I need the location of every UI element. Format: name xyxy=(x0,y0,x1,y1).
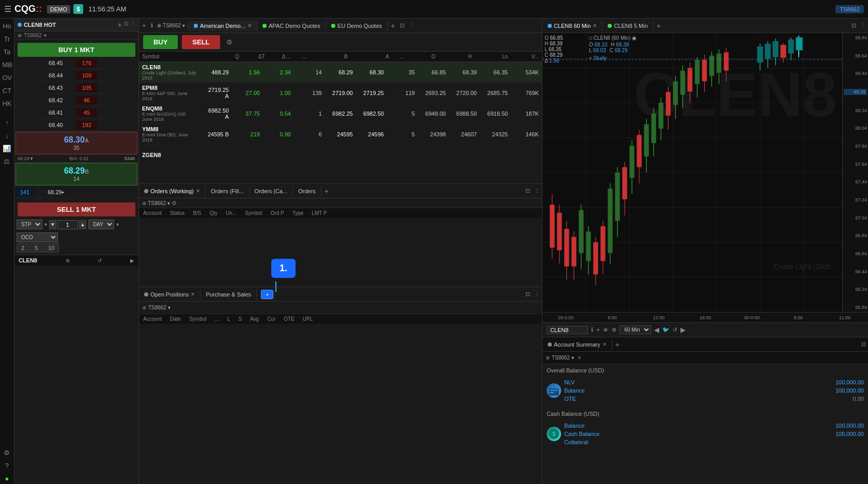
sidebar-icon-up[interactable]: ↑ xyxy=(1,117,13,128)
orders-minimize[interactable]: ⊡ xyxy=(523,188,532,194)
stp-select[interactable]: STP xyxy=(17,220,42,229)
chart-twitter-icon[interactable]: 🐦 xyxy=(662,326,670,333)
symbol-desc: E-Mini S&P 500: June 2018 xyxy=(142,91,198,101)
chart-add-tab[interactable]: + xyxy=(654,22,664,30)
day-arrow[interactable]: ▾ xyxy=(116,222,119,227)
tab-orders-cancelled[interactable]: Orders (Ca... xyxy=(250,186,293,196)
quote-row-clen8[interactable]: CLEN8 Crude Light (Globex); July 2018 48… xyxy=(139,62,542,83)
sell-mkt-button[interactable]: SELL 1 MKT xyxy=(18,202,135,216)
settings-icon[interactable]: ⚙ xyxy=(224,37,235,47)
orders-add-tab[interactable]: + xyxy=(321,187,332,195)
sidebar-icon-tr[interactable]: Tr xyxy=(1,34,13,44)
qty-preset-2[interactable]: 2 xyxy=(17,243,29,253)
pos-more[interactable]: ⋮ xyxy=(532,291,542,298)
sidebar-icon-ta[interactable]: Ta xyxy=(1,46,13,57)
chart-prev-icon[interactable]: ◀ xyxy=(654,326,659,334)
hot-add-icon[interactable]: + xyxy=(118,21,122,29)
quote-row-zgen8[interactable]: ZGEN8 xyxy=(139,145,542,165)
chart-symbol-input[interactable] xyxy=(547,326,588,334)
buy-mkt-button[interactable]: BUY 1 MKT xyxy=(18,43,135,57)
chart-minimize[interactable]: ⊡ xyxy=(849,22,858,29)
chart-more[interactable]: ⋮ xyxy=(858,22,868,29)
ask-price-value: 68.30A xyxy=(19,135,134,145)
sidebar-icon-gear[interactable]: ⚙ xyxy=(1,447,13,458)
quotes-add-tab2[interactable]: + xyxy=(388,22,398,30)
cash-row: $ Balance 100,000.00 Cash Balance 100,00… xyxy=(547,420,864,448)
cash-icon: $ xyxy=(547,427,561,441)
overall-balance-section: Overall Balance (USD) NLV xyxy=(542,364,868,408)
pos-account[interactable]: TS8662 ▾ xyxy=(148,305,171,310)
tab-apac[interactable]: APAC Demo Quotes xyxy=(257,21,326,31)
quote-row-enqm8[interactable]: ENQM8 E-mini NASDAQ-100: June 2018 6982.… xyxy=(139,103,542,124)
q-cell: 488.29 xyxy=(201,68,232,76)
chart-refresh-icon[interactable]: ↺ xyxy=(673,326,677,333)
orders-account[interactable]: TS8662 ▾ xyxy=(148,200,170,206)
hot-footer-reset[interactable]: ↺ xyxy=(98,258,102,263)
tab-open-positions[interactable]: Open Positions ✕ xyxy=(139,289,201,300)
quote-row-ymm8[interactable]: YMM8 E-mini Dow ($5): June 2018 24595 B … xyxy=(139,124,542,145)
quotes-minimize[interactable]: ⊡ xyxy=(398,22,407,29)
tab-eu[interactable]: EU Demo Quotes xyxy=(326,21,388,31)
chart-eye-icon[interactable]: 👁 xyxy=(603,327,609,333)
oco-select[interactable]: OCO xyxy=(17,232,58,242)
hot-footer-nav[interactable]: ▶ xyxy=(130,258,134,263)
qty-preset-10[interactable]: 10 xyxy=(43,243,59,253)
tab-close-icon[interactable]: ✕ xyxy=(247,23,252,28)
tab-close[interactable]: ✕ xyxy=(196,188,200,194)
acc-account[interactable]: TS8662 ▾ xyxy=(552,355,574,361)
tab-orders-plain[interactable]: Orders xyxy=(293,186,321,196)
sidebar-icon-hk[interactable]: HK xyxy=(1,98,13,109)
size-up-button[interactable]: ▲ xyxy=(79,220,86,229)
sidebar-icon-mb[interactable]: MB xyxy=(1,59,13,70)
ask-price-box[interactable]: 68.30A 35 xyxy=(16,132,137,154)
sidebar-icon-help[interactable]: ? xyxy=(1,460,13,471)
tab-account-summary[interactable]: Account Summary ✕ xyxy=(542,339,612,350)
quote-row-epm8[interactable]: EPM8 E-Mini S&P 500: June 2018 2719.25 A… xyxy=(139,83,542,103)
quotes-more[interactable]: ⋮ xyxy=(407,22,416,29)
chart-crosshair-icon[interactable]: ⊕ xyxy=(612,326,616,333)
orders-more[interactable]: ⋮ xyxy=(532,188,542,194)
acc-more[interactable]: ⊡ xyxy=(859,341,868,348)
tab-chart-60min[interactable]: CLEN8 60 Min ✕ xyxy=(542,21,603,31)
size-input[interactable] xyxy=(57,220,78,229)
acc-add-tab[interactable]: + xyxy=(612,340,623,349)
sell-button[interactable]: SELL xyxy=(182,35,220,49)
bid-price-box[interactable]: 68.29B 14 xyxy=(16,163,137,185)
sidebar-icon-ov[interactable]: OV xyxy=(1,72,13,83)
sidebar-icon-ct[interactable]: CT xyxy=(1,85,13,96)
acc-settings-icon[interactable]: ≡ xyxy=(578,355,581,361)
sidebar-icon-ho[interactable]: Ho xyxy=(1,21,13,32)
add-position-button[interactable]: + xyxy=(261,290,273,299)
hot-account-arrow[interactable]: ▾ xyxy=(44,33,47,38)
stp-arrow[interactable]: ▾ xyxy=(44,222,47,227)
sidebar-icon-scale[interactable]: ⚖ xyxy=(1,156,13,167)
chart-info-icon[interactable]: ℹ xyxy=(591,326,593,333)
hot-account[interactable]: TS8662 xyxy=(24,33,42,38)
tab-chart-5min[interactable]: CLEN8 5 Min xyxy=(602,21,653,31)
tab-american-demo[interactable]: American Demo... ✕ xyxy=(189,21,257,31)
buy-button[interactable]: BUY xyxy=(143,35,178,49)
quotes-account[interactable]: ⊕ TS8662 ▾ xyxy=(155,23,187,28)
size-down-button[interactable]: ▼ xyxy=(49,220,56,229)
sidebar-icon-chart[interactable]: 📊 xyxy=(1,143,13,154)
hot-more-icon[interactable]: ⋮ xyxy=(130,21,135,29)
quotes-add-tab[interactable]: + xyxy=(139,22,149,29)
chart-next-icon[interactable]: ▶ xyxy=(680,326,686,334)
hot-close-icon[interactable]: ⊡ xyxy=(124,21,128,29)
tab-purchase-sales[interactable]: Purchase & Sales xyxy=(200,289,256,300)
tab-orders-working[interactable]: Orders (Working) ✕ xyxy=(139,186,206,196)
pos-minimize[interactable]: ⊡ xyxy=(523,291,532,298)
qty-preset-5[interactable]: 5 xyxy=(30,243,42,253)
day-select[interactable]: DAY xyxy=(88,220,114,229)
chart-interval-select[interactable]: 60 Min 5 Min 1 Min 1 Day xyxy=(619,325,651,334)
tab-close[interactable]: ✕ xyxy=(593,23,597,28)
tab-close[interactable]: ✕ xyxy=(602,341,607,347)
chart-add-icon[interactable]: + xyxy=(596,326,600,334)
info-icon[interactable]: ℹ xyxy=(149,22,155,29)
tab-close[interactable]: ✕ xyxy=(191,291,195,297)
account-badge[interactable]: TS8662 xyxy=(835,5,864,13)
filter-icon[interactable]: ⚙ xyxy=(172,200,177,206)
sidebar-icon-down[interactable]: ↓ xyxy=(1,130,13,141)
menu-icon[interactable]: ☰ xyxy=(4,4,11,14)
tab-orders-fills[interactable]: Orders (Fill... xyxy=(206,186,250,196)
